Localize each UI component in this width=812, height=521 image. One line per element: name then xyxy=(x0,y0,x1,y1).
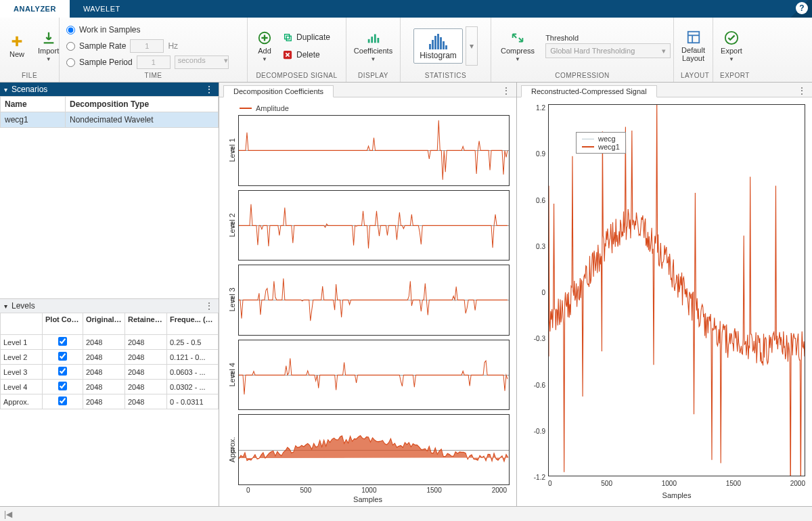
decomp-chart-area: Amplitude Level 10Level 20Level 30Level … xyxy=(219,97,516,506)
svg-rect-1 xyxy=(285,35,290,39)
plot-checkbox[interactable] xyxy=(58,367,67,376)
plot-checkbox[interactable] xyxy=(58,382,67,390)
y-tick: 0 xyxy=(529,289,545,296)
svg-rect-13 xyxy=(443,41,445,49)
tab-analyzer[interactable]: ANALYZER xyxy=(0,0,70,18)
col-ret[interactable]: Retained Coeffi... xyxy=(125,313,167,335)
import-icon xyxy=(41,30,56,45)
col-level[interactable] xyxy=(1,313,43,335)
table-row[interactable]: Level 3204820480.0603 - ... xyxy=(1,365,219,380)
radio-rate[interactable]: Sample Rate xyxy=(66,39,126,53)
ribbon: New Import ▼ FILE Work in Samples Sample… xyxy=(0,18,812,83)
level-plot[interactable]: Level 10 xyxy=(226,115,510,186)
scenarios-header: ▾ Scenarios ⋮ xyxy=(0,83,219,96)
menu-icon[interactable]: ⋮ xyxy=(501,85,511,96)
left-pane: ▾ Scenarios ⋮ NameDecomposition Type wec… xyxy=(0,83,219,506)
y-tick: 0.6 xyxy=(529,197,545,204)
col-freq[interactable]: Freque... (cycles... xyxy=(167,313,219,335)
compress-button[interactable]: Compress ▼ xyxy=(498,29,537,64)
duplicate-button[interactable]: Duplicate xyxy=(283,30,330,45)
svg-rect-9 xyxy=(432,40,434,49)
chevron-down-icon: ▼ xyxy=(46,56,51,62)
svg-rect-2 xyxy=(286,36,291,41)
delete-button[interactable]: Delete xyxy=(283,47,330,62)
col-orig[interactable]: Original Coeffi... xyxy=(83,313,125,335)
level-plot[interactable]: Level 20 xyxy=(226,190,510,261)
x-label: Samples xyxy=(548,491,805,499)
period-input[interactable] xyxy=(137,55,171,69)
table-row[interactable]: Level 2204820480.121 - 0... xyxy=(1,350,219,365)
collapse-icon[interactable]: ▾ xyxy=(4,302,7,310)
recon-chart: 1.20.90.60.30-0.3-0.6-0.9-1.2 wecg wecg1… xyxy=(517,97,812,506)
rate-input[interactable] xyxy=(130,39,164,53)
level-plot[interactable]: Level 40 xyxy=(226,340,510,411)
menu-icon[interactable]: ⋮ xyxy=(204,84,215,95)
svg-rect-12 xyxy=(440,37,442,49)
y-tick: 0.9 xyxy=(529,150,545,158)
table-row[interactable]: wecg1Nondecimated Wavelet xyxy=(1,112,219,128)
y-tick: -0.9 xyxy=(529,428,545,435)
plot-checkbox[interactable] xyxy=(58,337,67,346)
legend-swatch xyxy=(240,108,252,109)
rewind-icon[interactable]: |◀ xyxy=(4,509,12,519)
right-pane: Reconstructed-Compressed Signal ⋮ 1.20.9… xyxy=(517,83,812,506)
col-plot[interactable]: Plot Coeffi... xyxy=(43,313,83,335)
radio-samples[interactable]: Work in Samples xyxy=(66,22,140,37)
period-unit-select[interactable]: seconds ▾ xyxy=(175,55,229,69)
coeff-icon xyxy=(366,30,381,45)
chevron-down-icon: ▼ xyxy=(515,56,520,62)
ribbon-file: New Import ▼ FILE xyxy=(0,18,60,82)
menu-icon[interactable]: ⋮ xyxy=(204,300,215,311)
section-title: LAYOUT xyxy=(681,72,706,81)
compress-icon xyxy=(510,30,525,45)
threshold-label: Threshold xyxy=(545,34,671,42)
section-title: STATISTICS xyxy=(407,72,484,81)
plot-checkbox[interactable] xyxy=(58,397,67,405)
recon-legend: wecg wecg1 xyxy=(576,132,626,154)
section-title: COMPRESSION xyxy=(498,72,667,81)
recon-axes[interactable]: wecg wecg1 xyxy=(548,104,805,476)
level-plot[interactable]: Level 30 xyxy=(226,265,510,336)
duplicate-icon xyxy=(283,32,292,42)
ribbon-time: Work in Samples Sample Rate Hz Sample Pe… xyxy=(60,18,248,82)
tab-wavelet[interactable]: WAVELET xyxy=(70,0,134,18)
stats-expand[interactable]: ▾ xyxy=(466,26,478,66)
x-ticks: 0500100015002000 xyxy=(548,480,805,487)
histogram-button[interactable]: Histogram xyxy=(413,28,463,64)
new-button[interactable]: New xyxy=(7,32,27,60)
plot-checkbox[interactable] xyxy=(58,352,67,361)
col-name[interactable]: Name xyxy=(1,97,66,112)
zero-tick: 0 xyxy=(231,446,235,453)
svg-rect-6 xyxy=(374,34,376,43)
level-plot[interactable]: Approx.0 xyxy=(226,414,510,485)
section-title: DECOMPOSED SIGNAL xyxy=(254,72,339,81)
menu-icon[interactable]: ⋮ xyxy=(797,85,807,96)
statusbar: |◀ xyxy=(0,506,812,521)
decomp-tab[interactable]: Decomposition Coefficients xyxy=(223,85,334,97)
levels-table: Plot Coeffi... Original Coeffi... Retain… xyxy=(0,313,219,506)
table-row[interactable]: Level 4204820480.0302 - ... xyxy=(1,380,219,394)
x-ticks: 0500100015002000 xyxy=(226,485,510,494)
collapse-icon[interactable]: ▾ xyxy=(4,86,7,93)
zero-tick: 0 xyxy=(231,296,235,304)
table-row[interactable]: Approx.204820480 - 0.0311 xyxy=(1,394,219,409)
col-decomp[interactable]: Decomposition Type xyxy=(66,97,219,112)
help-icon[interactable]: ? xyxy=(796,2,808,14)
svg-rect-8 xyxy=(429,44,431,49)
recon-tab[interactable]: Reconstructed-Compressed Signal xyxy=(521,85,657,97)
add-button[interactable]: Add ▼ xyxy=(254,29,275,64)
coefficients-button[interactable]: Coefficients ▼ xyxy=(351,29,395,64)
import-button[interactable]: Import ▼ xyxy=(35,29,62,64)
table-row[interactable]: Level 1204820480.25 - 0.5 xyxy=(1,335,219,350)
export-button[interactable]: Export ▼ xyxy=(718,29,745,64)
svg-rect-7 xyxy=(377,38,379,43)
default-layout-button[interactable]: Default Layout xyxy=(679,28,708,64)
center-pane: Decomposition Coefficients ⋮ Amplitude L… xyxy=(219,83,517,506)
main-area: ▾ Scenarios ⋮ NameDecomposition Type wec… xyxy=(0,83,812,506)
ribbon-display: Coefficients ▼ DISPLAY xyxy=(346,18,401,82)
histogram-icon xyxy=(425,32,452,51)
amplitude-legend: Amplitude xyxy=(240,104,510,112)
chevron-down-icon: ▼ xyxy=(262,56,267,62)
radio-period[interactable]: Sample Period xyxy=(66,55,133,70)
threshold-select[interactable]: Global Hard Thresholding▾ xyxy=(545,43,671,58)
